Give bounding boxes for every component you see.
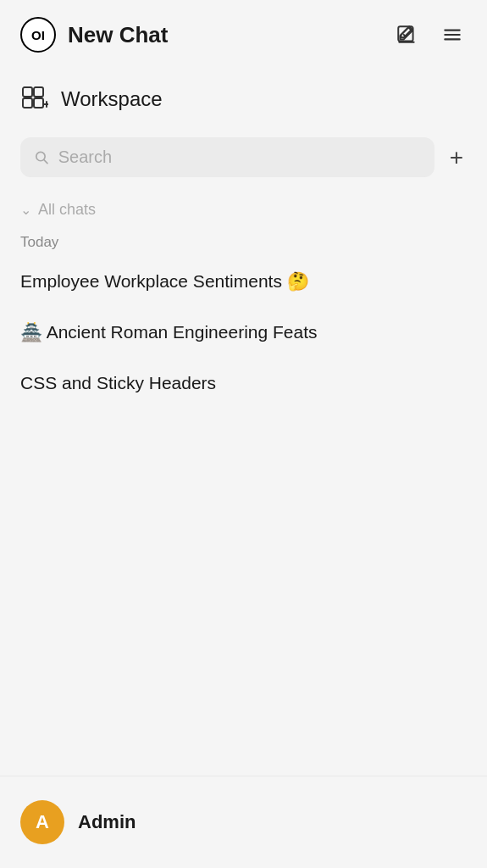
menu-icon [441,24,463,46]
workspace-row[interactable]: Workspace [0,70,487,129]
all-chats-label: All chats [38,201,96,219]
logo-text: OI [31,28,45,42]
chat-item-1[interactable]: Employee Workplace Sentiments 🤔 [0,256,487,307]
workspace-icon [20,85,49,114]
search-icon [34,149,50,166]
svg-rect-6 [34,87,43,97]
new-chat-plus-button[interactable]: + [446,146,467,170]
all-chats-row[interactable]: ⌄ All chats [0,186,487,225]
edit-icon [396,24,418,46]
header-icons [392,20,467,49]
svg-line-12 [44,159,47,163]
user-profile-row[interactable]: A Admin [0,776,487,868]
search-input-wrapper[interactable] [20,137,434,177]
chat-item-3[interactable]: CSS and Sticky Headers [0,358,487,409]
svg-rect-7 [23,98,32,108]
workspace-grid-icon [21,86,48,113]
svg-rect-8 [34,98,43,108]
menu-button[interactable] [438,20,467,49]
user-name: Admin [78,811,136,833]
svg-rect-5 [23,87,32,97]
search-row: + [0,129,487,186]
search-input[interactable] [58,147,421,167]
edit-button[interactable] [392,20,421,49]
section-today-label: Today [0,225,487,256]
page-title: New Chat [68,22,392,48]
chevron-down-icon: ⌄ [20,202,31,218]
app-container: OI New Chat [0,0,487,868]
chat-item-2[interactable]: 🏯 Ancient Roman Engineering Feats [0,307,487,358]
logo-badge: OI [20,17,56,53]
chat-list: Today Employee Workplace Sentiments 🤔 🏯 … [0,225,487,409]
avatar: A [20,800,64,844]
workspace-label: Workspace [61,87,163,111]
header: OI New Chat [0,0,487,70]
